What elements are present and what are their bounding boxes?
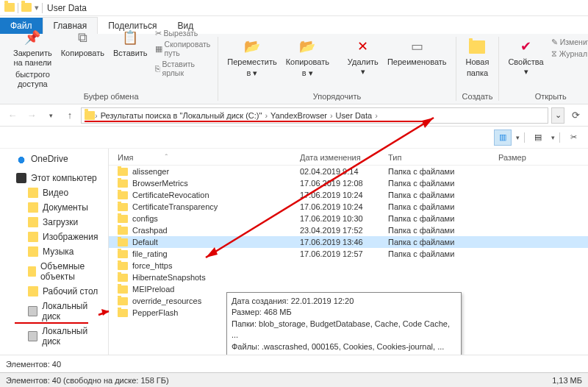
file-row[interactable]: alissenger 02.04.2019 9:14 Папка с файла… (109, 166, 588, 177)
moveto-button[interactable]: 📂 Переместить в ▾ (224, 37, 279, 79)
file-type: Папка с файлами (388, 226, 498, 235)
path-icon: ▦ (155, 44, 162, 53)
file-name: HibernateSnapshots (132, 273, 206, 282)
copyto-button[interactable]: 📂 Копировать в ▾ (283, 37, 332, 79)
pin-button[interactable]: 📌 Закрепить на панели быстрого доступа (10, 28, 55, 90)
sidebar-network[interactable]: Сеть (1, 353, 107, 355)
file-row[interactable]: configs 17.06.2019 10:30 Папка с файлами (109, 213, 588, 224)
file-name: BrowserMetrics (132, 179, 188, 188)
file-type: Папка с файлами (388, 249, 498, 258)
delete-button[interactable]: ✕ Удалить ▾ (345, 37, 381, 78)
file-row[interactable]: Default 17.06.2019 13:46 Папка с файлами (109, 236, 588, 248)
file-list: Имя ˆ Дата изменения Тип Размер alisseng… (109, 149, 588, 355)
newfolder-icon (468, 38, 486, 56)
sidebar-localdisk-c[interactable]: Локальный диск (1, 299, 107, 324)
file-row[interactable]: force_https (109, 260, 588, 271)
folder-icon (118, 191, 128, 199)
sidebar-music[interactable]: Музыка (1, 244, 107, 259)
address-bar[interactable]: › Результаты поиска в "Локальный диск (C… (81, 107, 548, 124)
file-type: Папка с файлами (388, 238, 498, 246)
file-row[interactable]: CertificateRevocation 17.06.2019 10:24 П… (109, 189, 588, 201)
folder-icon (118, 274, 128, 282)
file-row[interactable]: Crashpad 23.04.2019 17:52 Папка с файлам… (109, 224, 588, 236)
paste-label: Вставить (113, 49, 148, 58)
file-type: Папка с файлами (388, 214, 498, 223)
qtb-down-icon[interactable]: ▾ (35, 3, 39, 13)
refresh-button[interactable]: ⟳ (567, 107, 584, 124)
folder-icon (118, 250, 128, 258)
file-date: 17.06.2019 12:08 (300, 179, 388, 188)
folder-icon (118, 227, 128, 235)
rename-icon: ▭ (408, 38, 426, 56)
forward-button[interactable]: → (24, 107, 40, 124)
file-row[interactable]: BrowserMetrics 17.06.2019 12:08 Папка с … (109, 177, 588, 189)
pin-label2: быстрого доступа (13, 70, 52, 89)
file-row[interactable]: file_rating 17.06.2019 12:57 Папка с фай… (109, 248, 588, 260)
sidebar-desktop[interactable]: Рабочий стол (1, 284, 107, 299)
folder-icon (118, 285, 128, 294)
sidebar-onedrive[interactable]: OneDrive (1, 152, 107, 166)
file-date: 17.06.2019 12:57 (300, 249, 388, 258)
copy-button[interactable]: ⧉ Копировать (58, 28, 107, 60)
breadcrumb-root[interactable]: Результаты поиска в "Локальный диск (C:)… (98, 111, 265, 120)
navigation-bar: ← → ▾ ↑ › Результаты поиска в "Локальный… (0, 104, 588, 127)
view-content-icon[interactable]: ▤ (529, 129, 547, 146)
col-date[interactable]: Дата изменения (300, 153, 388, 162)
file-date: 17.06.2019 10:30 (300, 214, 388, 223)
sidebar-images[interactable]: Изображения (1, 230, 107, 244)
file-date: 02.04.2019 9:14 (300, 167, 388, 176)
file-name: MEIPreload (132, 285, 174, 294)
group-new-label: Создать (462, 92, 493, 101)
file-row[interactable]: HibernateSnapshots (109, 271, 588, 283)
cut-button[interactable]: ✂Вырезать (154, 28, 212, 38)
file-name: CertificateRevocation (132, 191, 209, 199)
newfolder-button[interactable]: Новая папка (463, 37, 492, 79)
pastelink-button[interactable]: ⎘Вставить ярлык (154, 59, 212, 78)
file-name: PepperFlash (132, 308, 178, 317)
folder-icon (118, 262, 128, 270)
properties-button[interactable]: ✔ Свойства ▾ (505, 37, 546, 78)
back-button[interactable]: ← (4, 107, 21, 124)
cut-toolbar-icon[interactable]: ✂ (564, 129, 582, 146)
sidebar-documents[interactable]: Документы (1, 200, 107, 215)
file-type: Папка с файлами (388, 191, 498, 199)
edit-button[interactable]: ✎Изменить (550, 37, 588, 47)
rename-button[interactable]: ▭ Переименовать (384, 37, 450, 68)
breadcrumb-yandex[interactable]: YandexBrowser (268, 111, 330, 120)
sidebar-thispc[interactable]: Этот компьютер (1, 171, 107, 185)
col-type[interactable]: Тип (388, 153, 498, 162)
copy-icon: ⧉ (74, 29, 91, 47)
up-button[interactable]: ↑ (62, 107, 78, 124)
col-size[interactable]: Размер (498, 153, 557, 162)
group-open-label: Открыть (535, 92, 567, 101)
folder-icon (28, 232, 38, 242)
sidebar-downloads[interactable]: Загрузки (1, 215, 107, 230)
properties-icon: ✔ (517, 38, 535, 56)
journal-icon: ⧖ (551, 49, 557, 58)
sidebar-videos[interactable]: Видео (1, 185, 107, 200)
paste-button[interactable]: 📋 Вставить (110, 28, 151, 60)
file-row[interactable]: CertificateTransparency 17.06.2019 10:24… (109, 201, 588, 213)
onedrive-icon (16, 154, 26, 164)
pin-label1: Закрепить на панели (13, 49, 52, 68)
sidebar-localdisk-d[interactable]: Локальный диск (1, 324, 107, 349)
file-type: Папка с файлами (388, 167, 498, 176)
disk-icon (28, 306, 37, 316)
folder-icon (118, 297, 128, 305)
recent-button[interactable]: ▾ (43, 107, 59, 124)
sidebar-3d[interactable]: Объемные объекты (1, 259, 107, 284)
journal-button[interactable]: ⧖Журнал (550, 48, 588, 59)
copyto-icon: 📂 (298, 38, 316, 56)
column-headers: Имя ˆ Дата изменения Тип Размер (109, 149, 588, 166)
file-date: 17.06.2019 10:24 (300, 191, 388, 199)
move-icon: 📂 (243, 38, 261, 56)
breadcrumb-userdata[interactable]: User Data (333, 111, 376, 120)
app-icon (4, 3, 15, 12)
view-details-icon[interactable]: ▥ (494, 129, 512, 146)
folder-icon (28, 286, 38, 297)
col-name[interactable]: Имя ˆ (118, 153, 300, 162)
disk-icon (28, 331, 37, 341)
qtb-icon[interactable] (21, 3, 32, 12)
copypath-button[interactable]: ▦Скопировать путь (154, 39, 212, 58)
address-dropdown[interactable]: ⌄ (551, 107, 564, 124)
